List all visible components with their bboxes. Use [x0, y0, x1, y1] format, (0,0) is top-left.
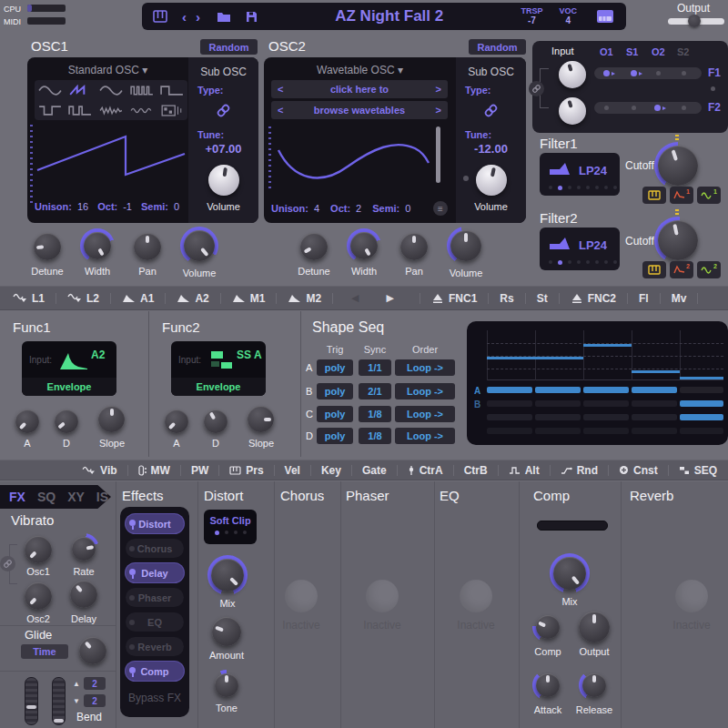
osc2-wavetable-browser[interactable]: < browse wavetables >	[271, 101, 448, 119]
distort-mode-display[interactable]: Soft Clip	[204, 510, 257, 544]
seq-bar[interactable]	[535, 414, 581, 420]
filter2-type-dots[interactable]	[549, 260, 617, 265]
comp-mix-knob[interactable]	[550, 553, 590, 593]
tab-fx[interactable]: FX	[9, 490, 25, 504]
vibrato-link-icon[interactable]	[0, 556, 15, 571]
tab-ctrb[interactable]: CtrB	[464, 464, 488, 477]
seq-bar[interactable]	[535, 400, 581, 407]
tab-lfo2[interactable]: L2	[67, 292, 99, 305]
osc2-semi-value[interactable]: 0	[405, 203, 410, 214]
shape-seq-b-trig[interactable]: poly	[317, 383, 353, 399]
vibrato-delay-knob[interactable]	[70, 581, 97, 608]
vibrato-rate-knob[interactable]	[68, 533, 99, 564]
shape-seq-d-order[interactable]: Loop ->	[395, 428, 455, 444]
osc2-sub-link-icon[interactable]	[456, 103, 526, 118]
save-icon[interactable]	[246, 11, 258, 23]
tab-xy[interactable]: XY	[67, 490, 85, 504]
comp-attack-knob[interactable]	[532, 670, 563, 701]
seq-bar[interactable]	[632, 414, 677, 420]
filter2-keytrack-button[interactable]	[642, 261, 666, 278]
filter2-display[interactable]: LP24	[540, 228, 620, 270]
pin-icon[interactable]	[129, 520, 136, 526]
shape-seq-a-order[interactable]: Loop ->	[395, 359, 455, 376]
tab-fnc2[interactable]: FNC2	[571, 292, 616, 305]
shape-seq-a-sync[interactable]: 1/1	[359, 359, 391, 376]
routing-dot-f1-o2[interactable]	[656, 71, 661, 76]
tab-env-a1[interactable]: A1	[122, 292, 154, 305]
tab-env-m1[interactable]: M1	[232, 292, 266, 305]
tab-cnst[interactable]: Cnst	[619, 464, 658, 477]
transpose-control[interactable]: TRSP -7	[521, 7, 542, 26]
tab-rnd[interactable]: Rnd	[561, 464, 598, 477]
seq-page-left-arrow[interactable]: ◀	[351, 292, 359, 304]
pin-icon[interactable]	[129, 667, 136, 673]
osc1-type-selector[interactable]: Standard OSC ▾	[27, 64, 188, 76]
shape-seq-d-trig[interactable]: poly	[317, 428, 353, 444]
seq-bar[interactable]	[632, 387, 677, 393]
routing-dot-f1-s1-active[interactable]	[631, 70, 637, 76]
distort-mix-knob[interactable]	[207, 555, 248, 595]
routing-link-icon[interactable]	[529, 81, 544, 96]
routing-input2-knob[interactable]	[559, 97, 586, 125]
tab-lfo1[interactable]: L1	[13, 292, 45, 305]
dot-icon[interactable]	[129, 620, 135, 625]
osc1-width-knob[interactable]	[80, 228, 115, 263]
shape-seq-d-sync[interactable]: 1/8	[359, 428, 391, 444]
pitch-wheel[interactable]	[25, 677, 38, 725]
seq-bar[interactable]	[583, 428, 629, 434]
func2-d-knob[interactable]	[204, 410, 228, 433]
seq-bar[interactable]	[487, 414, 532, 420]
seq-bar[interactable]	[583, 414, 629, 420]
seq-graph-segment-2[interactable]	[583, 344, 632, 347]
seq-bar[interactable]	[583, 387, 629, 393]
osc2-menu-button[interactable]: ≡	[433, 201, 448, 216]
bend-down-value[interactable]: 2	[84, 694, 106, 707]
shape-seq-c-order[interactable]: Loop ->	[395, 406, 455, 422]
seq-bar[interactable]	[487, 400, 532, 407]
distort-mode-dots[interactable]	[204, 531, 257, 535]
seq-bar[interactable]	[583, 400, 629, 407]
filter2-lfo-button[interactable]: 2	[697, 261, 721, 278]
osc1-sub-tune-value[interactable]: +07.00	[188, 142, 258, 156]
tab-gate[interactable]: Gate	[362, 464, 387, 477]
routing-row-f2[interactable]	[594, 102, 702, 114]
osc1-sub-link-icon[interactable]	[188, 103, 258, 118]
glide-time-knob[interactable]	[79, 637, 106, 664]
vibrato-osc2-knob[interactable]	[25, 582, 52, 610]
osc2-pan-knob[interactable]	[400, 233, 428, 260]
tab-env-m2[interactable]: M2	[288, 292, 321, 305]
osc2-browse-line2[interactable]: browse wavetables	[283, 105, 435, 116]
osc1-semi-value[interactable]: 0	[174, 201, 179, 212]
keyboard-icon[interactable]	[153, 10, 167, 23]
routing-dot-f2-o2-active[interactable]	[654, 105, 661, 111]
routing-dot-f2-s1[interactable]	[632, 106, 636, 110]
tab-seq[interactable]: SEQ	[679, 464, 717, 477]
osc1-unison-value[interactable]: 16	[77, 201, 88, 212]
tab-alt[interactable]: Alt	[509, 464, 540, 477]
func1-slope-knob[interactable]	[98, 406, 125, 432]
tab-prs[interactable]: Prs	[229, 464, 263, 477]
filter1-type-dots[interactable]	[549, 186, 617, 190]
glide-mode-button[interactable]: Time	[21, 644, 68, 659]
filter1-display[interactable]: LP24	[540, 153, 620, 196]
osc2-display-scrollbar[interactable]	[436, 126, 440, 183]
osc1-oct-value[interactable]: -1	[123, 201, 132, 212]
seq-bar[interactable]	[535, 387, 581, 393]
osc1-sub-volume-knob[interactable]	[208, 165, 239, 196]
osc2-oct-value[interactable]: 2	[356, 203, 361, 214]
seq-bar[interactable]	[535, 428, 581, 434]
shape-seq-display[interactable]: A B	[467, 321, 728, 445]
shape-seq-c-trig[interactable]: poly	[317, 406, 353, 422]
eq-inactive-knob[interactable]	[460, 580, 492, 612]
seq-bar[interactable]	[487, 387, 532, 393]
seq-bar[interactable]	[680, 400, 723, 407]
tab-ctra[interactable]: CtrA	[408, 464, 443, 477]
preset-title[interactable]: AZ Night Fall 2	[335, 7, 443, 25]
func2-slope-knob[interactable]	[248, 406, 274, 432]
func1-d-knob[interactable]	[55, 410, 78, 433]
osc1-volume-knob[interactable]	[180, 227, 218, 265]
osc2-wave-display[interactable]	[275, 125, 431, 190]
tab-mw[interactable]: MW	[138, 464, 170, 477]
dot-icon[interactable]	[129, 595, 135, 601]
osc1-wave-grid[interactable]	[35, 80, 187, 120]
